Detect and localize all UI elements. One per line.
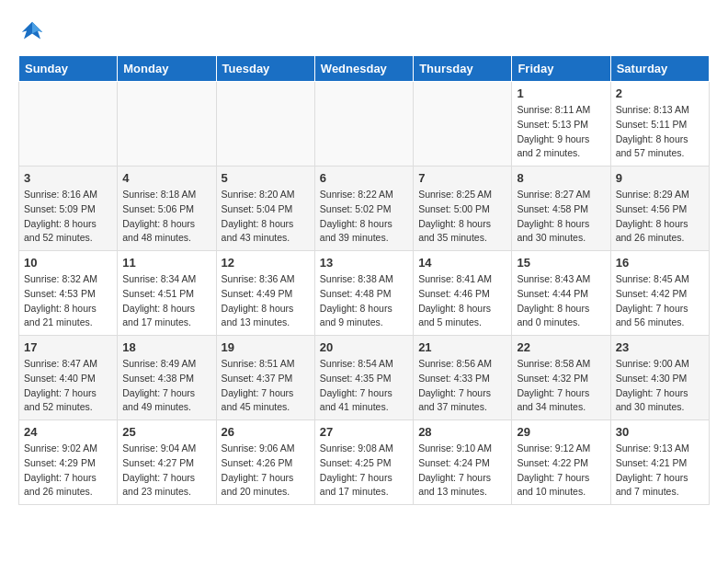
- day-info: Sunrise: 8:58 AM Sunset: 4:32 PM Dayligh…: [517, 357, 605, 415]
- day-number: 21: [418, 340, 506, 354]
- day-info: Sunrise: 9:02 AM Sunset: 4:29 PM Dayligh…: [24, 442, 112, 500]
- calendar-day-cell: 13Sunrise: 8:38 AM Sunset: 4:48 PM Dayli…: [314, 251, 413, 336]
- day-info: Sunrise: 9:06 AM Sunset: 4:26 PM Dayligh…: [222, 442, 310, 500]
- day-number: 10: [24, 256, 112, 270]
- day-number: 8: [517, 171, 605, 185]
- weekday-header: Sunday: [19, 56, 118, 82]
- calendar-week-row: 24Sunrise: 9:02 AM Sunset: 4:29 PM Dayli…: [19, 420, 710, 505]
- day-number: 17: [24, 340, 112, 354]
- day-info: Sunrise: 8:13 AM Sunset: 5:11 PM Dayligh…: [616, 103, 704, 161]
- calendar-header-row: SundayMondayTuesdayWednesdayThursdayFrid…: [19, 56, 710, 82]
- calendar-day-cell: 21Sunrise: 8:56 AM Sunset: 4:33 PM Dayli…: [414, 336, 512, 420]
- day-info: Sunrise: 9:08 AM Sunset: 4:25 PM Dayligh…: [320, 442, 408, 500]
- calendar-day-cell: 6Sunrise: 8:22 AM Sunset: 5:02 PM Daylig…: [314, 167, 413, 251]
- calendar-day-cell: 30Sunrise: 9:13 AM Sunset: 4:21 PM Dayli…: [610, 420, 709, 505]
- day-info: Sunrise: 9:10 AM Sunset: 4:24 PM Dayligh…: [418, 442, 506, 500]
- page-header: [18, 18, 710, 46]
- day-number: 16: [616, 256, 704, 270]
- calendar-day-cell: 23Sunrise: 9:00 AM Sunset: 4:30 PM Dayli…: [610, 336, 709, 420]
- day-number: 1: [517, 86, 605, 100]
- weekday-header: Friday: [512, 56, 610, 82]
- day-number: 2: [616, 86, 704, 100]
- day-number: 27: [320, 425, 408, 439]
- day-number: 4: [122, 171, 210, 185]
- day-number: 28: [418, 425, 506, 439]
- weekday-header: Thursday: [414, 56, 512, 82]
- day-info: Sunrise: 8:34 AM Sunset: 4:51 PM Dayligh…: [122, 272, 210, 330]
- day-info: Sunrise: 9:00 AM Sunset: 4:30 PM Dayligh…: [616, 357, 704, 415]
- day-number: 18: [122, 340, 210, 354]
- day-info: Sunrise: 8:43 AM Sunset: 4:44 PM Dayligh…: [517, 272, 605, 330]
- day-info: Sunrise: 9:12 AM Sunset: 4:22 PM Dayligh…: [517, 442, 605, 500]
- calendar-day-cell: [118, 82, 216, 167]
- day-info: Sunrise: 8:20 AM Sunset: 5:04 PM Dayligh…: [222, 188, 310, 246]
- day-info: Sunrise: 8:18 AM Sunset: 5:06 PM Dayligh…: [122, 188, 210, 246]
- calendar-day-cell: 18Sunrise: 8:49 AM Sunset: 4:38 PM Dayli…: [118, 336, 216, 420]
- day-number: 23: [616, 340, 704, 354]
- calendar-day-cell: 20Sunrise: 8:54 AM Sunset: 4:35 PM Dayli…: [314, 336, 413, 420]
- calendar-day-cell: 11Sunrise: 8:34 AM Sunset: 4:51 PM Dayli…: [118, 251, 216, 336]
- day-info: Sunrise: 8:45 AM Sunset: 4:42 PM Dayligh…: [616, 272, 704, 330]
- day-info: Sunrise: 9:04 AM Sunset: 4:27 PM Dayligh…: [122, 442, 210, 500]
- calendar-week-row: 1Sunrise: 8:11 AM Sunset: 5:13 PM Daylig…: [19, 82, 710, 167]
- day-info: Sunrise: 8:38 AM Sunset: 4:48 PM Dayligh…: [320, 272, 408, 330]
- calendar-day-cell: 10Sunrise: 8:32 AM Sunset: 4:53 PM Dayli…: [19, 251, 118, 336]
- day-info: Sunrise: 8:51 AM Sunset: 4:37 PM Dayligh…: [222, 357, 310, 415]
- day-number: 14: [418, 256, 506, 270]
- weekday-header: Wednesday: [314, 56, 413, 82]
- calendar-day-cell: 9Sunrise: 8:29 AM Sunset: 4:56 PM Daylig…: [610, 167, 709, 251]
- day-info: Sunrise: 8:11 AM Sunset: 5:13 PM Dayligh…: [517, 103, 605, 161]
- calendar-day-cell: 2Sunrise: 8:13 AM Sunset: 5:11 PM Daylig…: [610, 82, 709, 167]
- day-number: 9: [616, 171, 704, 185]
- day-info: Sunrise: 8:54 AM Sunset: 4:35 PM Dayligh…: [320, 357, 408, 415]
- day-number: 22: [517, 340, 605, 354]
- calendar-day-cell: 3Sunrise: 8:16 AM Sunset: 5:09 PM Daylig…: [19, 167, 118, 251]
- calendar-day-cell: 4Sunrise: 8:18 AM Sunset: 5:06 PM Daylig…: [118, 167, 216, 251]
- calendar-day-cell: 14Sunrise: 8:41 AM Sunset: 4:46 PM Dayli…: [414, 251, 512, 336]
- day-number: 5: [222, 171, 310, 185]
- day-info: Sunrise: 8:49 AM Sunset: 4:38 PM Dayligh…: [122, 357, 210, 415]
- calendar-day-cell: 17Sunrise: 8:47 AM Sunset: 4:40 PM Dayli…: [19, 336, 118, 420]
- calendar-day-cell: 27Sunrise: 9:08 AM Sunset: 4:25 PM Dayli…: [314, 420, 413, 505]
- day-number: 29: [517, 425, 605, 439]
- weekday-header: Monday: [118, 56, 216, 82]
- calendar-day-cell: 1Sunrise: 8:11 AM Sunset: 5:13 PM Daylig…: [512, 82, 610, 167]
- day-number: 25: [122, 425, 210, 439]
- calendar-day-cell: 15Sunrise: 8:43 AM Sunset: 4:44 PM Dayli…: [512, 251, 610, 336]
- day-info: Sunrise: 8:29 AM Sunset: 4:56 PM Dayligh…: [616, 188, 704, 246]
- weekday-header: Tuesday: [216, 56, 314, 82]
- calendar-day-cell: [414, 82, 512, 167]
- calendar-day-cell: 19Sunrise: 8:51 AM Sunset: 4:37 PM Dayli…: [216, 336, 314, 420]
- calendar-week-row: 3Sunrise: 8:16 AM Sunset: 5:09 PM Daylig…: [19, 167, 710, 251]
- calendar-day-cell: 8Sunrise: 8:27 AM Sunset: 4:58 PM Daylig…: [512, 167, 610, 251]
- day-info: Sunrise: 8:32 AM Sunset: 4:53 PM Dayligh…: [24, 272, 112, 330]
- day-number: 12: [222, 256, 310, 270]
- calendar-table: SundayMondayTuesdayWednesdayThursdayFrid…: [18, 55, 710, 505]
- day-number: 19: [222, 340, 310, 354]
- day-number: 26: [222, 425, 310, 439]
- calendar-day-cell: [19, 82, 118, 167]
- day-number: 6: [320, 171, 408, 185]
- day-number: 13: [320, 256, 408, 270]
- calendar-day-cell: 28Sunrise: 9:10 AM Sunset: 4:24 PM Dayli…: [414, 420, 512, 505]
- logo: [18, 18, 50, 46]
- calendar-day-cell: 16Sunrise: 8:45 AM Sunset: 4:42 PM Dayli…: [610, 251, 709, 336]
- logo-bird-icon: [18, 18, 46, 46]
- calendar-day-cell: 24Sunrise: 9:02 AM Sunset: 4:29 PM Dayli…: [19, 420, 118, 505]
- calendar-day-cell: 22Sunrise: 8:58 AM Sunset: 4:32 PM Dayli…: [512, 336, 610, 420]
- day-info: Sunrise: 9:13 AM Sunset: 4:21 PM Dayligh…: [616, 442, 704, 500]
- day-info: Sunrise: 8:22 AM Sunset: 5:02 PM Dayligh…: [320, 188, 408, 246]
- weekday-header: Saturday: [610, 56, 709, 82]
- day-number: 11: [122, 256, 210, 270]
- day-number: 30: [616, 425, 704, 439]
- day-number: 15: [517, 256, 605, 270]
- calendar-day-cell: [216, 82, 314, 167]
- calendar-week-row: 10Sunrise: 8:32 AM Sunset: 4:53 PM Dayli…: [19, 251, 710, 336]
- calendar-day-cell: 12Sunrise: 8:36 AM Sunset: 4:49 PM Dayli…: [216, 251, 314, 336]
- day-number: 24: [24, 425, 112, 439]
- day-info: Sunrise: 8:41 AM Sunset: 4:46 PM Dayligh…: [418, 272, 506, 330]
- calendar-day-cell: 7Sunrise: 8:25 AM Sunset: 5:00 PM Daylig…: [414, 167, 512, 251]
- day-info: Sunrise: 8:56 AM Sunset: 4:33 PM Dayligh…: [418, 357, 506, 415]
- calendar-day-cell: 25Sunrise: 9:04 AM Sunset: 4:27 PM Dayli…: [118, 420, 216, 505]
- day-info: Sunrise: 8:27 AM Sunset: 4:58 PM Dayligh…: [517, 188, 605, 246]
